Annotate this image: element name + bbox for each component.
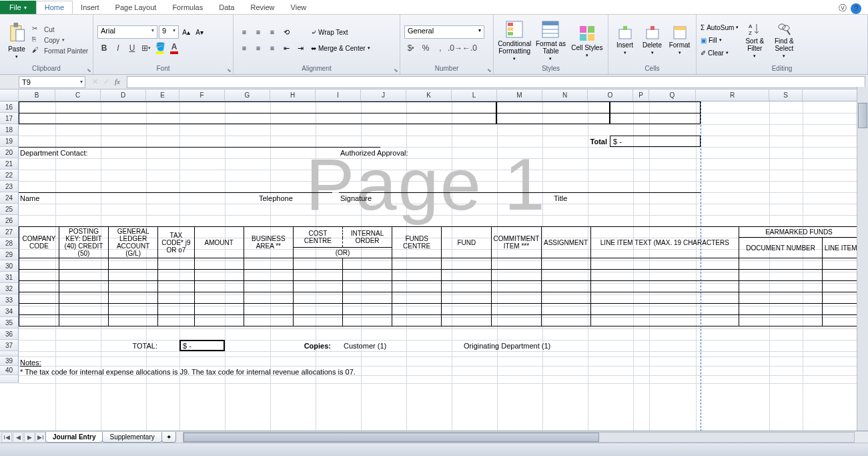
table-row[interactable] xyxy=(19,315,859,326)
home-tab[interactable]: Home xyxy=(36,1,73,14)
name-box[interactable]: T9 xyxy=(19,76,85,88)
col-header[interactable]: L xyxy=(452,89,497,101)
col-header[interactable]: B xyxy=(19,89,55,101)
row-header[interactable]: 28 xyxy=(0,238,19,249)
decrease-decimal-button[interactable]: ←.0 xyxy=(463,41,476,55)
align-center-button[interactable]: ≡ xyxy=(252,41,265,55)
table-row[interactable] xyxy=(19,281,859,292)
fx-enter-icon[interactable]: ✓ xyxy=(103,77,109,86)
minimize-ribbon-icon[interactable]: ⓥ xyxy=(839,3,847,14)
review-tab[interactable]: Review xyxy=(242,1,282,14)
accounting-format-button[interactable]: $▾ xyxy=(404,41,418,55)
copy-button[interactable]: ⎘Copy▾ xyxy=(32,35,88,45)
row-header[interactable]: 35 xyxy=(0,317,19,328)
comma-button[interactable]: , xyxy=(434,41,447,55)
row-header[interactable]: 19 xyxy=(0,136,19,147)
font-size-combo[interactable]: 9 xyxy=(159,25,179,39)
row-header[interactable] xyxy=(0,375,19,383)
page-layout-tab[interactable]: Page Layout xyxy=(107,1,165,14)
find-select-button[interactable]: Find & Select▾ xyxy=(771,21,797,59)
row-header[interactable]: 25 xyxy=(0,204,19,215)
format-as-table-button[interactable]: Format as Table▾ xyxy=(534,19,567,61)
align-left-button[interactable]: ≡ xyxy=(238,41,251,55)
row-header[interactable]: 39 xyxy=(0,357,19,366)
italic-button[interactable]: I xyxy=(111,41,125,55)
format-painter-button[interactable]: 🖌Format Painter xyxy=(32,46,88,55)
view-tab[interactable]: View xyxy=(283,1,315,14)
col-header[interactable]: J xyxy=(361,89,406,101)
sheet-tab-supplementary[interactable]: Supplementary xyxy=(102,432,161,443)
row-header[interactable]: 31 xyxy=(0,272,19,283)
col-header[interactable]: H xyxy=(270,89,316,101)
vertical-scrollbar[interactable] xyxy=(857,87,868,431)
borders-button[interactable]: ⊞▾ xyxy=(139,41,153,55)
row-header[interactable]: 24 xyxy=(0,192,19,204)
formulas-tab[interactable]: Formulas xyxy=(164,1,211,14)
row-header[interactable]: 33 xyxy=(0,294,19,306)
table-row[interactable] xyxy=(19,258,859,270)
conditional-formatting-button[interactable]: Conditional Formatting▾ xyxy=(498,19,531,61)
col-header[interactable]: C xyxy=(55,89,101,101)
align-top-button[interactable]: ≡ xyxy=(238,25,251,39)
row-header[interactable]: 27 xyxy=(0,226,19,238)
select-all-button[interactable] xyxy=(0,89,19,101)
sort-filter-button[interactable]: AZSort & Filter▾ xyxy=(741,21,768,59)
increase-decimal-button[interactable]: .0→ xyxy=(448,41,462,55)
horizontal-scrollbar[interactable] xyxy=(183,432,855,443)
shrink-font-button[interactable]: A▾ xyxy=(193,25,205,39)
row-header[interactable]: 30 xyxy=(0,260,19,272)
row-header[interactable]: 17 xyxy=(0,113,19,124)
col-header[interactable]: P xyxy=(633,89,649,101)
sheet-tab-journal[interactable]: Journal Entry xyxy=(45,432,103,443)
col-header[interactable]: K xyxy=(406,89,452,101)
table-row[interactable] xyxy=(19,270,859,281)
row-header[interactable]: 34 xyxy=(0,306,19,317)
cut-button[interactable]: ✂Cut xyxy=(32,25,88,34)
align-middle-button[interactable]: ≡ xyxy=(252,25,265,39)
row-header[interactable]: 16 xyxy=(0,101,19,113)
increase-indent-button[interactable]: ⇥ xyxy=(294,41,307,55)
format-cells-button[interactable]: Format▾ xyxy=(667,25,692,55)
row-header[interactable]: 22 xyxy=(0,170,19,181)
fx-cancel-icon[interactable]: ✕ xyxy=(92,77,98,86)
col-header[interactable]: S xyxy=(769,89,803,101)
col-header[interactable]: E xyxy=(146,89,179,101)
row-header[interactable]: 21 xyxy=(0,158,19,170)
tab-nav-prev[interactable]: ◀ xyxy=(13,432,23,443)
col-header[interactable]: G xyxy=(225,89,270,101)
wrap-text-button[interactable]: ⤶Wrap Text xyxy=(311,25,370,39)
row-header[interactable]: 29 xyxy=(0,249,19,260)
data-tab[interactable]: Data xyxy=(211,1,242,14)
file-tab[interactable]: File xyxy=(0,1,36,14)
clear-button[interactable]: ✐Clear▾ xyxy=(701,47,739,59)
row-header[interactable]: 36 xyxy=(0,328,19,340)
delete-cells-button[interactable]: Delete▾ xyxy=(640,25,665,55)
row-header[interactable]: 26 xyxy=(0,215,19,226)
orientation-button[interactable]: ⟲ xyxy=(280,25,293,39)
col-header[interactable]: N xyxy=(542,89,588,101)
number-format-combo[interactable]: General xyxy=(404,25,484,39)
table-row[interactable] xyxy=(19,292,859,304)
tab-nav-last[interactable]: ▶I xyxy=(35,432,46,443)
fill-color-button[interactable]: 🪣 xyxy=(153,41,167,55)
formula-input[interactable] xyxy=(127,76,865,88)
row-header[interactable]: 40 xyxy=(0,366,19,375)
tab-nav-next[interactable]: ▶ xyxy=(24,432,35,443)
percent-button[interactable]: % xyxy=(419,41,432,55)
row-header[interactable]: 37 xyxy=(0,340,19,351)
col-header[interactable]: R xyxy=(696,89,769,101)
merge-center-button[interactable]: ⬌Merge & Center▾ xyxy=(311,41,370,55)
cell-styles-button[interactable]: Cell Styles▾ xyxy=(570,23,604,58)
align-right-button[interactable]: ≡ xyxy=(266,41,279,55)
fill-button[interactable]: ▣Fill▾ xyxy=(701,34,739,46)
align-bottom-button[interactable]: ≡ xyxy=(266,25,279,39)
row-header[interactable]: 23 xyxy=(0,181,19,192)
spreadsheet-grid[interactable]: BCDEFGHIJKLMNOPQRS 161718192021222324252… xyxy=(0,89,868,441)
row-header[interactable]: 32 xyxy=(0,283,19,294)
grow-font-button[interactable]: A▴ xyxy=(180,25,192,39)
paste-button[interactable]: Paste ▾ xyxy=(4,21,29,59)
new-sheet-button[interactable]: ✦ xyxy=(161,432,176,443)
tab-nav-first[interactable]: I◀ xyxy=(1,432,12,443)
decrease-indent-button[interactable]: ⇤ xyxy=(280,41,293,55)
autosum-button[interactable]: ΣAutoSum▾ xyxy=(701,21,739,33)
